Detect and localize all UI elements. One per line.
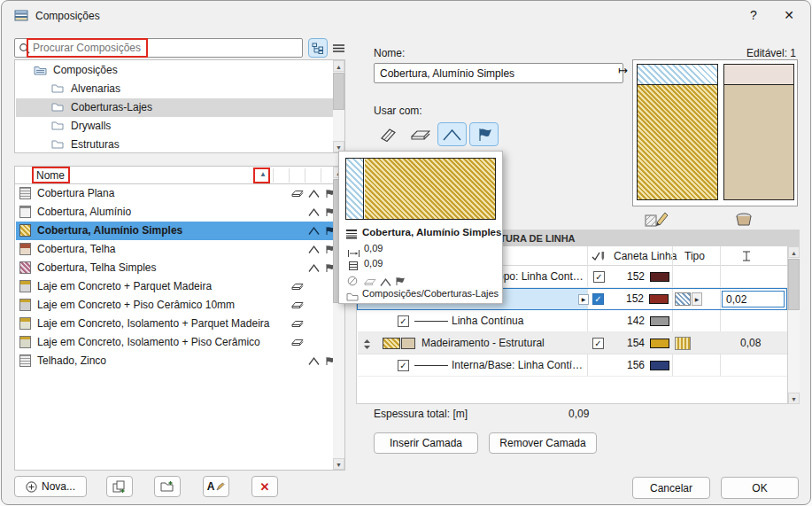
- list-item[interactable]: Cobertura, Telha Simples: [16, 259, 334, 277]
- material-swatch: [19, 336, 31, 348]
- tree-item-root[interactable]: Composições: [16, 61, 333, 80]
- new-button[interactable]: Nova...: [14, 476, 87, 497]
- composites-list: Nome ▲ Cobertura Plana Cobertura, Alumín…: [14, 166, 345, 471]
- slab-icon: [291, 319, 304, 331]
- row-checkbox[interactable]: ✓: [398, 360, 409, 371]
- tree-view-toggle[interactable]: [308, 38, 328, 58]
- scroll-down-icon[interactable]: ▼: [333, 458, 344, 470]
- cancel-button[interactable]: Cancelar: [632, 477, 710, 499]
- row-label: Madeiramento - Estrutural: [421, 337, 545, 349]
- thickness-input[interactable]: [722, 291, 785, 307]
- composite-name: Telhado, Zinco: [37, 354, 106, 367]
- close-button[interactable]: ✕: [777, 8, 800, 22]
- tree-item-alvenarias[interactable]: Alvenarias: [16, 80, 333, 98]
- tree-item-estruturas[interactable]: Estruturas: [16, 136, 333, 154]
- expander-button[interactable]: ▶: [578, 294, 589, 305]
- list-view-toggle[interactable]: [329, 38, 347, 58]
- tooltip-skins-value: 0,09: [364, 258, 383, 269]
- pen-color-swatch[interactable]: [650, 361, 669, 370]
- line-type-swatch[interactable]: [675, 292, 691, 306]
- status-circle-icon: [347, 274, 358, 290]
- surface-pen-button[interactable]: [733, 210, 760, 231]
- material-swatch: [19, 224, 31, 237]
- rename-button[interactable]: A: [203, 476, 229, 497]
- material-swatch: [19, 299, 31, 311]
- use-with-roof-button[interactable]: [437, 122, 467, 146]
- new-folder-button[interactable]: [154, 476, 181, 497]
- tooltip-preview: [345, 158, 496, 220]
- fill-type-swatch[interactable]: [675, 337, 691, 350]
- composite-preview[interactable]: [632, 59, 798, 206]
- drag-handle-icon[interactable]: [363, 338, 371, 354]
- cut-fill-pen-button[interactable]: [645, 210, 671, 231]
- pen-number: 154: [613, 337, 645, 349]
- dialog-title: Composições: [35, 10, 100, 22]
- material-swatch: [19, 187, 31, 199]
- insert-skin-button[interactable]: Inserir Camada: [374, 432, 478, 454]
- table-row-line[interactable]: ✓ Linha Contínua 142: [358, 310, 787, 332]
- ok-button[interactable]: OK: [721, 477, 799, 499]
- list-item[interactable]: Laje em Concreto, Isolamento + Parquet M…: [16, 315, 334, 333]
- help-button[interactable]: ?: [742, 8, 765, 22]
- folder-icon: [51, 102, 64, 114]
- list-item[interactable]: Cobertura, Alumínio: [16, 203, 334, 222]
- row-label: Linha Contínua: [452, 315, 523, 327]
- scroll-down-icon[interactable]: ▼: [788, 393, 800, 404]
- name-label: Nome:: [374, 47, 405, 59]
- list-item[interactable]: Laje em Concreto, Isolamento + Piso Cerâ…: [16, 333, 334, 352]
- use-with-wall-button[interactable]: [374, 122, 403, 146]
- scroll-up-icon[interactable]: ▲: [333, 60, 344, 72]
- composite-name: Laje em Concreto + Piso Cerâmico 10mm: [37, 299, 235, 311]
- line-sample: [414, 321, 448, 322]
- pen-color-swatch[interactable]: [649, 294, 669, 304]
- cancel-label: Cancelar: [650, 482, 692, 494]
- row-checkbox[interactable]: ✓: [398, 315, 409, 327]
- tree-item-coberturas-lajes[interactable]: Coberturas-Lajes: [16, 98, 333, 117]
- use-with-shell-button[interactable]: [469, 122, 499, 146]
- name-column-header[interactable]: Nome: [36, 169, 65, 182]
- list-header[interactable]: Nome ▲: [15, 167, 334, 184]
- row-checkbox[interactable]: ✓: [593, 271, 605, 283]
- ok-label: OK: [752, 482, 767, 494]
- tree-scroll-thumb[interactable]: [333, 73, 344, 110]
- list-item[interactable]: Laje em Concreto + Parquet Madeira: [16, 277, 334, 296]
- slab-icon: [291, 300, 304, 313]
- pen-column-header[interactable]: Caneta Linha: [614, 250, 677, 262]
- row-checkbox[interactable]: ✓: [592, 293, 604, 305]
- row-label: Topo: Linha Cont…: [492, 270, 584, 283]
- pen-color-swatch[interactable]: [650, 339, 669, 348]
- duplicate-button[interactable]: [106, 476, 133, 497]
- line-type-dropdown[interactable]: ▶: [692, 292, 702, 306]
- name-input[interactable]: [374, 63, 623, 83]
- tooltip-width-value: 0,09: [364, 243, 383, 253]
- pen-number: 142: [613, 315, 645, 327]
- row-checkbox[interactable]: ✓: [592, 338, 604, 349]
- list-item[interactable]: Laje em Concreto + Piso Cerâmico 10mm: [16, 296, 334, 315]
- table-row-skin[interactable]: Madeiramento - Estrutural ✓ 154 0,08: [358, 332, 787, 354]
- slab-icon: [291, 282, 304, 294]
- table-scroll-thumb[interactable]: [788, 259, 800, 310]
- sort-arrow-icon[interactable]: ▲: [259, 170, 267, 178]
- remove-skin-button[interactable]: Remover Camada: [489, 432, 597, 454]
- skin-fill-swatch: [383, 338, 400, 349]
- folder-tree: Composições Alvenarias Coberturas-Lajes …: [14, 59, 345, 153]
- use-with-slab-button[interactable]: [406, 122, 435, 146]
- dialog-icon: [14, 8, 28, 26]
- pen-color-swatch[interactable]: [650, 316, 669, 326]
- table-row-line[interactable]: ✓ Interna/Base: Linha Contí… 156: [358, 354, 787, 377]
- scroll-up-icon[interactable]: ▲: [788, 246, 800, 258]
- folder-icon: [51, 83, 64, 96]
- list-item[interactable]: Cobertura Plana: [16, 184, 334, 203]
- pen-check-icon: [591, 250, 606, 266]
- total-thickness-value: 0,09: [568, 408, 589, 420]
- tree-item-drywalls[interactable]: Drywalls: [16, 117, 333, 136]
- list-item-selected[interactable]: Cobertura, Alumínio Simples: [16, 222, 334, 240]
- delete-button[interactable]: ✕: [251, 476, 278, 497]
- plus-circle-icon: [26, 481, 37, 493]
- type-column-header[interactable]: Tipo: [684, 250, 705, 262]
- search-input[interactable]: [33, 40, 298, 56]
- list-item[interactable]: Telhado, Zinco: [16, 352, 334, 370]
- pen-color-swatch[interactable]: [650, 272, 669, 282]
- tooltip-folder-path: Composições/Coberturas-Lajes: [362, 288, 499, 299]
- list-item[interactable]: Cobertura, Telha: [16, 240, 334, 259]
